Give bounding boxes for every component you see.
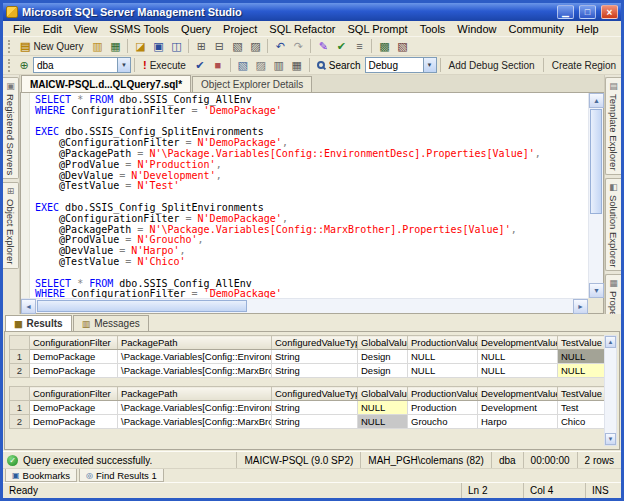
object-explorer-icon[interactable]: ⊟ (210, 38, 228, 54)
results-vertical-scrollbar[interactable]: ▲ ▼ (604, 335, 617, 446)
grid-cell[interactable]: Development (478, 401, 558, 415)
column-header-developmentvalue[interactable]: DevelopmentValue (478, 387, 558, 401)
menu-help[interactable]: Help (570, 23, 605, 35)
uncomment-icon[interactable]: ▧ (393, 38, 411, 54)
grid-cell[interactable]: DemoPackage (30, 350, 118, 364)
scroll-up-icon[interactable]: ▲ (589, 93, 604, 108)
grid-cell[interactable]: Production (408, 401, 478, 415)
column-header-configuredvaluetype[interactable]: ConfiguredValueType (272, 336, 358, 350)
new-database-engine-query-icon[interactable]: ▥ (88, 38, 106, 54)
comment-icon[interactable]: ▩ (375, 38, 393, 54)
grid-cell[interactable]: DemoPackage (30, 401, 118, 415)
vertical-scroll-track[interactable] (589, 215, 603, 283)
results-scroll-down-icon[interactable]: ▼ (605, 433, 616, 445)
side-tab-template-explorer[interactable]: ▤Template Explorer (605, 77, 621, 175)
sql-prompt-icon[interactable]: ✔ (332, 38, 350, 54)
grid-cell[interactable]: \Package.Variables[Config::MarxBrother].… (118, 364, 272, 378)
grid-cell[interactable]: String (272, 364, 358, 378)
column-header-globalvalue[interactable]: GlobalValue (358, 336, 408, 350)
tab-query7[interactable]: MAICW-PSQL.d...QLQuery7.sql* (21, 75, 191, 92)
grid-cell[interactable]: Harpo (478, 415, 558, 429)
cancel-executing-query-icon[interactable]: ■ (209, 57, 227, 73)
redo-icon[interactable]: ↷ (289, 38, 307, 54)
grid-cell[interactable]: NULL (558, 364, 605, 378)
scroll-right-icon[interactable]: ► (573, 299, 588, 314)
side-tab-registered-servers[interactable]: ▣Registered Servers (3, 77, 19, 179)
scroll-left-icon[interactable]: ◄ (21, 299, 36, 314)
new-analysis-query-icon[interactable]: ▦ (106, 38, 124, 54)
query-options-icon[interactable]: ▨ (252, 57, 270, 73)
menu-ssms-tools[interactable]: SSMS Tools (103, 23, 175, 35)
row-number[interactable]: 2 (10, 415, 30, 429)
grid-cell[interactable]: Design (358, 364, 408, 378)
row-number[interactable]: 1 (10, 350, 30, 364)
menu-project[interactable]: Project (217, 23, 263, 35)
scroll-down-icon[interactable]: ▼ (589, 283, 604, 298)
grid-cell[interactable]: NULL (478, 350, 558, 364)
grid-cell[interactable]: NULL (558, 350, 605, 364)
column-header-testvalue[interactable]: TestValue (558, 387, 605, 401)
column-header-configurationfilter[interactable]: ConfigurationFilter (30, 336, 118, 350)
menu-tools[interactable]: Tools (414, 23, 452, 35)
grid-cell[interactable]: NULL (358, 401, 408, 415)
grid-cell[interactable]: \Package.Variables[Config::EnvironmentDe… (118, 401, 272, 415)
grid-cell[interactable]: String (272, 401, 358, 415)
bookmarks-tab[interactable]: ▣Bookmarks (5, 469, 77, 482)
tab-object-explorer-details[interactable]: Object Explorer Details (192, 76, 312, 92)
row-number[interactable]: 2 (10, 364, 30, 378)
properties-window-icon[interactable]: ▨ (246, 38, 264, 54)
parse-icon[interactable]: ✔ (191, 57, 209, 73)
results-grid-1[interactable]: ConfigurationFilterPackagePathConfigured… (9, 335, 605, 378)
available-databases-combo[interactable]: dba▼ (33, 57, 131, 73)
debug-sections-combo[interactable]: Debug▼ (365, 57, 437, 73)
results-scroll-up-icon[interactable]: ▲ (605, 336, 616, 348)
undo-icon[interactable]: ↶ (271, 38, 289, 54)
grid-cell[interactable]: Chico (558, 415, 605, 429)
display-estimated-plan-icon[interactable]: ▧ (234, 57, 252, 73)
new-query-button[interactable]: ▤New Query (15, 38, 88, 54)
menu-file[interactable]: File (7, 23, 37, 35)
results-grid-2[interactable]: ConfigurationFilterPackagePathConfigured… (9, 386, 605, 429)
results-tab-messages[interactable]: ▥Messages (73, 315, 149, 331)
sql-editor[interactable]: SELECT * FROM dbo.SSIS_Config_AllEnvWHER… (20, 92, 604, 314)
side-tab-object-explorer[interactable]: ⊞Object Explorer (3, 182, 19, 268)
execute-button[interactable]: !Execute (138, 57, 191, 73)
column-header-testvalue[interactable]: TestValue (558, 336, 605, 350)
grid-cell[interactable]: NULL (408, 350, 478, 364)
grid-cell[interactable]: DemoPackage (30, 415, 118, 429)
column-header-packagepath[interactable]: PackagePath (118, 336, 272, 350)
grid-cell[interactable]: NULL (478, 364, 558, 378)
menu-window[interactable]: Window (451, 23, 502, 35)
search-box[interactable]: Search (313, 60, 365, 71)
column-header-configurationfilter[interactable]: ConfigurationFilter (30, 387, 118, 401)
grid-cell[interactable]: NULL (408, 364, 478, 378)
grid-cell[interactable]: DemoPackage (30, 364, 118, 378)
find-results-1-tab[interactable]: ◎Find Results 1 (79, 469, 164, 482)
save-all-icon[interactable]: ◫ (167, 38, 185, 54)
vertical-scroll-thumb[interactable] (590, 109, 602, 214)
add-debug-section-button[interactable]: Add Debug Section (444, 57, 540, 73)
grid-cell[interactable]: String (272, 415, 358, 429)
row-number[interactable]: 1 (10, 401, 30, 415)
column-header-productionvalue[interactable]: ProductionValue (408, 336, 478, 350)
menu-sql-prompt[interactable]: SQL Prompt (342, 23, 414, 35)
grid-cell[interactable]: Design (358, 350, 408, 364)
sql-refactor-icon[interactable]: ✎ (314, 38, 332, 54)
code-area[interactable]: SELECT * FROM dbo.SSIS_Config_AllEnvWHER… (31, 93, 588, 298)
results-to-text-icon[interactable]: ▥ (270, 57, 288, 73)
save-icon[interactable]: ▣ (149, 38, 167, 54)
column-header-productionvalue[interactable]: ProductionValue (408, 387, 478, 401)
template-explorer-icon[interactable]: ▧ (228, 38, 246, 54)
column-header-packagepath[interactable]: PackagePath (118, 387, 272, 401)
editor-vertical-scrollbar[interactable]: ▲ ▼ (588, 93, 603, 298)
toolbar-grip[interactable] (8, 40, 12, 53)
horizontal-scroll-track[interactable] (248, 299, 573, 313)
column-header-configuredvaluetype[interactable]: ConfiguredValueType (272, 387, 358, 401)
connect-icon[interactable]: ⊕ (15, 57, 33, 73)
grid-cell[interactable]: String (272, 350, 358, 364)
minimize-button[interactable]: ▁ (557, 5, 574, 19)
close-button[interactable]: × (601, 5, 618, 19)
open-file-icon[interactable]: ◪ (131, 38, 149, 54)
format-sql-icon[interactable]: ≡ (350, 38, 368, 54)
maximize-button[interactable]: □ (579, 5, 596, 19)
